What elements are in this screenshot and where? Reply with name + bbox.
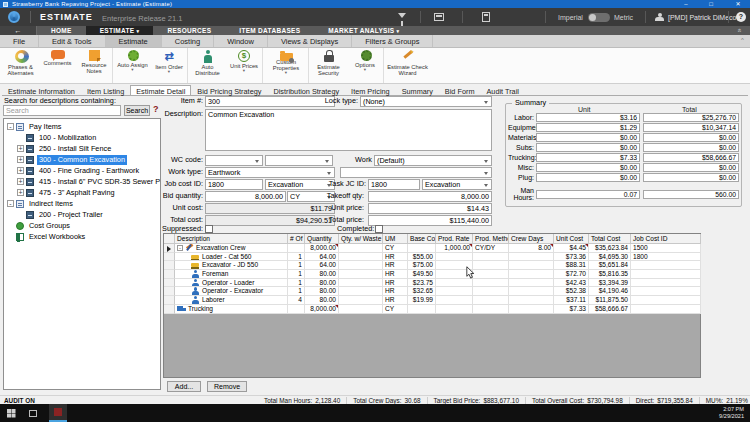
toolbar-button[interactable]: Estimate Check Wizard bbox=[385, 48, 430, 83]
taskbar-clock[interactable]: 2:07 PM 9/29/2021 bbox=[719, 406, 744, 420]
toolbar-button[interactable]: Options ▾ bbox=[347, 48, 384, 83]
cell-base-cost[interactable]: $32.65 bbox=[408, 287, 436, 296]
work-region-select[interactable]: (Default) bbox=[374, 155, 492, 166]
cell-prod-method[interactable]: CY/DY bbox=[473, 244, 509, 253]
help-icon[interactable]: ? bbox=[736, 12, 746, 22]
cell-prod-method[interactable] bbox=[473, 261, 509, 270]
cell-description[interactable]: Foreman bbox=[175, 270, 288, 279]
toolbar-button[interactable]: Comments bbox=[39, 48, 76, 83]
cell-crew-days[interactable] bbox=[509, 296, 554, 305]
cell-num-of[interactable]: 1 bbox=[288, 279, 305, 288]
cell-crew-days[interactable] bbox=[509, 279, 554, 288]
tree-item[interactable]: - Pay Items bbox=[4, 121, 160, 132]
tree-item[interactable]: Excel Workbooks bbox=[4, 231, 160, 242]
cell-num-of[interactable]: 1 bbox=[288, 270, 305, 279]
cell-base-cost[interactable]: $23.75 bbox=[408, 279, 436, 288]
cell-total-cost[interactable]: $5,651.84 bbox=[589, 261, 631, 270]
calculator-icon[interactable] bbox=[482, 12, 490, 22]
cell-description[interactable]: Laborer bbox=[175, 296, 288, 305]
cell-crew-days[interactable] bbox=[509, 261, 554, 270]
tree-item[interactable]: 100 - Mobilization bbox=[4, 132, 160, 143]
cell-total-cost[interactable]: $4,190.46 bbox=[589, 287, 631, 296]
detail-tab[interactable]: Item Pricing bbox=[345, 85, 396, 95]
grid-column-header[interactable]: Quantity bbox=[305, 234, 339, 244]
cell-description[interactable]: Excavator - JD 550 bbox=[175, 261, 288, 270]
detail-tab[interactable]: Summary bbox=[396, 85, 439, 95]
cell-base-cost[interactable] bbox=[408, 244, 436, 253]
cell-quantity[interactable]: 80.00 bbox=[305, 279, 339, 288]
cell-total-cost[interactable]: $11,875.50 bbox=[589, 296, 631, 305]
cell-job-cost-id[interactable]: 1500 bbox=[631, 244, 701, 253]
lock-type-select[interactable]: (None) bbox=[360, 96, 492, 107]
panel-chevron-icon[interactable]: ^ bbox=[741, 37, 744, 43]
cell-crew-days[interactable] bbox=[509, 253, 554, 262]
description-textarea[interactable]: Common Excavation bbox=[205, 109, 492, 151]
grid-column-header[interactable]: Prod. Method bbox=[473, 234, 509, 244]
detail-tab[interactable]: Estimate Detail bbox=[130, 85, 191, 95]
cell-qty-waste[interactable] bbox=[339, 305, 383, 314]
cell-um[interactable]: HR bbox=[383, 279, 408, 288]
cell-num-of[interactable]: 1 bbox=[288, 253, 305, 262]
grid-column-header[interactable]: Unit Cost bbox=[554, 234, 589, 244]
tree-item[interactable]: + 300 - Common Excavation bbox=[4, 154, 160, 165]
cell-prod-rate[interactable] bbox=[436, 253, 473, 262]
cell-qty-waste[interactable] bbox=[339, 279, 383, 288]
cell-unit-cost[interactable]: $7.33 bbox=[554, 305, 589, 314]
cell-unit-cost[interactable]: $73.36 bbox=[554, 253, 589, 262]
cell-description[interactable]: Operator - Excavator bbox=[175, 287, 288, 296]
tree-item[interactable]: - Indirect Items bbox=[4, 198, 160, 209]
tree-expander-icon[interactable]: - bbox=[7, 123, 14, 130]
cell-num-of[interactable]: 1 bbox=[288, 261, 305, 270]
cell-job-cost-id[interactable]: 1800 bbox=[631, 253, 701, 262]
cell-um[interactable]: HR bbox=[383, 253, 408, 262]
cell-unit-cost[interactable]: $72.70 bbox=[554, 270, 589, 279]
tree-item[interactable]: 200 - Project Trailer bbox=[4, 209, 160, 220]
cell-num-of[interactable] bbox=[288, 244, 305, 253]
cell-total-cost[interactable]: $4,695.30 bbox=[589, 253, 631, 262]
cell-total-cost[interactable]: $3,394.39 bbox=[589, 279, 631, 288]
ribbon-tab[interactable]: HOME bbox=[37, 26, 86, 35]
cell-base-cost[interactable]: $19.99 bbox=[408, 296, 436, 305]
cell-job-cost-id[interactable] bbox=[631, 305, 701, 314]
cell-base-cost[interactable]: $49.50 bbox=[408, 270, 436, 279]
cell-unit-cost[interactable]: $4.45 bbox=[554, 244, 589, 253]
cell-crew-days[interactable] bbox=[509, 305, 554, 314]
cell-crew-days[interactable] bbox=[509, 287, 554, 296]
toolbar-button[interactable]: Item Order ▾ bbox=[151, 48, 188, 83]
table-row[interactable]: Laborer 4 80.00 HR $19.99 $37.11 $11,875… bbox=[164, 296, 700, 305]
cell-job-cost-id[interactable] bbox=[631, 270, 701, 279]
toolbar-button[interactable]: Auto Assign ▾ bbox=[114, 48, 151, 83]
cell-prod-method[interactable] bbox=[473, 279, 509, 288]
cell-total-cost[interactable]: $58,666.67 bbox=[589, 305, 631, 314]
cell-prod-rate[interactable] bbox=[436, 305, 473, 314]
cell-prod-rate[interactable] bbox=[436, 279, 473, 288]
tree-expander-icon[interactable]: + bbox=[17, 167, 24, 174]
task-desc-select[interactable]: Excavation bbox=[422, 179, 492, 190]
cell-prod-rate[interactable] bbox=[436, 287, 473, 296]
cell-qty-waste[interactable] bbox=[339, 287, 383, 296]
cell-crew-days[interactable] bbox=[509, 270, 554, 279]
add-button[interactable]: Add... bbox=[167, 381, 201, 392]
cell-quantity[interactable]: 8,000.00 bbox=[305, 305, 339, 314]
cell-unit-cost[interactable]: $42.43 bbox=[554, 279, 589, 288]
cell-job-cost-id[interactable] bbox=[631, 279, 701, 288]
table-row[interactable]: Trucking 8,000.00 CY $7.33 $58,666.67 bbox=[164, 305, 700, 314]
tree-item[interactable]: Cost Groups bbox=[4, 220, 160, 231]
detail-tab[interactable]: Audit Trail bbox=[480, 85, 524, 95]
cell-prod-method[interactable] bbox=[473, 287, 509, 296]
cell-um[interactable]: CY bbox=[383, 244, 408, 253]
table-row[interactable]: Operator - Loader 1 80.00 HR $23.75 $42.… bbox=[164, 279, 700, 288]
back-button[interactable]: ← bbox=[0, 26, 37, 35]
cell-description[interactable]: Trucking bbox=[175, 305, 288, 314]
cell-qty-waste[interactable] bbox=[339, 244, 383, 253]
cell-prod-method[interactable] bbox=[473, 253, 509, 262]
cell-prod-method[interactable] bbox=[473, 270, 509, 279]
row-expander-icon[interactable]: - bbox=[177, 245, 183, 251]
unit-price-input[interactable]: $14.43 bbox=[368, 203, 492, 214]
grid-column-header[interactable]: UM bbox=[383, 234, 408, 244]
remove-button[interactable]: Remove bbox=[207, 381, 247, 392]
cell-unit-cost[interactable]: $88.31 bbox=[554, 261, 589, 270]
tree-expander-icon[interactable]: + bbox=[17, 145, 24, 152]
wc-code-select-1[interactable] bbox=[205, 155, 263, 166]
cell-qty-waste[interactable] bbox=[339, 261, 383, 270]
